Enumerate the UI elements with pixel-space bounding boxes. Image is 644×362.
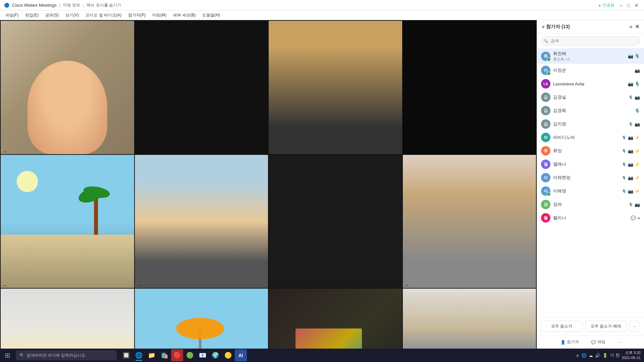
- participant-item[interactable]: 이 이채현망 🎙️ 📷 ⚡: [537, 171, 644, 184]
- titlebar-controls: – □ ✕: [619, 3, 640, 8]
- taskbar-app-app2[interactable]: 🟢: [184, 349, 196, 361]
- participant-name: 장려: [553, 201, 626, 207]
- participant-name: 희진베 호스트, 나: [553, 51, 625, 62]
- video-cell-8[interactable]: [403, 155, 536, 288]
- taskbar-ai-app[interactable]: Ai: [235, 349, 247, 361]
- restore-button[interactable]: □: [626, 3, 631, 8]
- clock-date: 2021-06-11: [622, 355, 641, 360]
- panel-chevron[interactable]: ∨: [542, 24, 545, 29]
- participant-sub: 호스트, 나: [553, 57, 625, 62]
- menu-meeting[interactable]: 미팅(M): [150, 12, 169, 19]
- participant-item[interactable]: LA Leonivieve Avila 📷 🎙️: [537, 77, 644, 90]
- meeting-info-link[interactable]: 미팅 정보: [63, 2, 80, 8]
- panel-list-icon[interactable]: ≡: [630, 24, 632, 29]
- cam-icon: 📷: [628, 54, 633, 59]
- panel-close-button[interactable]: ✕: [635, 23, 639, 30]
- connection-status: 연결됨: [598, 2, 614, 8]
- taskbar-app-app1[interactable]: 🔴: [171, 349, 183, 361]
- unmute-all-button[interactable]: 모두 음소거 해제: [585, 321, 627, 332]
- start-button[interactable]: ⊞: [0, 349, 15, 362]
- participant-item[interactable]: 김 김지영 🎙️ 📷: [537, 117, 644, 131]
- participant-name: 류앙: [553, 148, 619, 154]
- menu-help[interactable]: 도움말(H): [200, 12, 223, 19]
- participant-item[interactable]: 라 라비디노바 🎙️ 📷 ⚡: [537, 131, 644, 144]
- participant-item[interactable]: 김 김경화 🎙️: [537, 104, 644, 117]
- taskbar-app-explorer[interactable]: 📁: [146, 349, 158, 361]
- tray-keyboard[interactable]: 가 한: [610, 352, 620, 358]
- cam-icon: 🎙️: [629, 95, 633, 100]
- video-area: 김경화 🎙️ 음소거 해제 ▾ 📹 비디오 중지 ▾ ↑ 공유 ⏺ 녹화: [0, 20, 537, 349]
- video-cell-2[interactable]: [135, 21, 268, 154]
- participants-label: 참가자: [567, 339, 579, 345]
- hide-menu-link[interactable]: 메뉴 표시출 숨기기: [87, 2, 121, 8]
- video-cell-1[interactable]: [1, 21, 134, 154]
- video-cell-4[interactable]: [403, 21, 536, 154]
- tray-network[interactable]: 🌐: [581, 353, 587, 358]
- chat-tab[interactable]: 💬 채팅: [588, 338, 608, 346]
- taskbar-app-store[interactable]: 🔲: [120, 349, 132, 361]
- tray-cloud[interactable]: ☁: [589, 353, 593, 358]
- taskbar-clock[interactable]: 오후 3:32 2021-06-11: [622, 350, 641, 361]
- panel-footer: 모두 음소거 모두 음소거 해제 ···: [537, 317, 644, 335]
- panel-more-button[interactable]: ···: [629, 321, 640, 332]
- video-icon: 📷: [635, 122, 640, 127]
- participant-item[interactable]: 이 이해영 🎙️ 📷 ⚡: [537, 184, 644, 198]
- chat-icon: 💬: [591, 340, 596, 345]
- participant-item[interactable]: 엘 엘레나 🎙️ 📷 ⚡: [537, 158, 644, 171]
- tray-volume[interactable]: 🔊: [595, 353, 600, 358]
- taskbar-app-ie[interactable]: 🌍: [209, 349, 221, 361]
- close-button[interactable]: ✕: [633, 3, 640, 8]
- panel-wrapper: ∨ 참가자 (13) ≡ ✕ 희 희진: [537, 20, 644, 349]
- video-cell-7[interactable]: [269, 155, 402, 288]
- participants-tab[interactable]: 👤 참가자: [558, 338, 582, 346]
- participant-item[interactable]: 이 이정은 📷: [537, 64, 644, 77]
- minimize-button[interactable]: –: [619, 3, 624, 8]
- taskbar-app-mail[interactable]: 📧: [197, 349, 209, 361]
- video-grid: [0, 20, 537, 362]
- taskbar-apps: 🔲 🌐 📁 🛍️ 🔴 🟢 📧 🌍 🟡 Ai: [118, 349, 249, 361]
- avatar: 이: [541, 66, 550, 75]
- tray-arrow[interactable]: ∧: [576, 353, 579, 358]
- panel-title: 참가자 (13): [546, 24, 570, 30]
- taskbar-app-edge[interactable]: 🌐: [133, 349, 145, 361]
- mute-all-button[interactable]: 모두 음소거: [541, 321, 583, 332]
- participants-icon: 👤: [560, 340, 566, 345]
- video-cell-5[interactable]: [1, 155, 134, 288]
- more-actions[interactable]: ···: [615, 339, 624, 346]
- video-cell-3[interactable]: [269, 21, 402, 154]
- participant-icons: 🎙️ 📷 ⚡: [622, 175, 640, 180]
- menu-file[interactable]: 파일(F): [3, 12, 21, 19]
- bottom-action-bar: 👤 참가자 💬 채팅 ···: [537, 335, 644, 349]
- participant-search-input[interactable]: [541, 36, 640, 46]
- participant-item[interactable]: 류 류앙 🎙️ 📷 ⚡: [537, 144, 644, 158]
- menu-participants[interactable]: 참가자(P): [125, 12, 148, 19]
- participant-name: 김경화: [553, 108, 632, 114]
- participant-name: 이채현망: [553, 175, 619, 181]
- menu-edit[interactable]: 편집(E): [22, 12, 41, 19]
- menu-audio-video[interactable]: 오디오 및 비디오(A): [83, 12, 124, 19]
- video-label-3: [271, 152, 275, 152]
- video-label-2: [138, 152, 141, 152]
- participant-icons: 🎙️ 📷 ⚡: [622, 135, 640, 140]
- video-cell-6[interactable]: [135, 155, 268, 288]
- taskbar-search[interactable]: 🔍 검색하려면 여기에 입력하십시오.: [16, 350, 117, 360]
- taskbar-app-app3[interactable]: 🟡: [222, 349, 234, 361]
- participant-item[interactable]: 장 장려 🎙️ 📷: [537, 198, 644, 211]
- taskbar-tray: ∧ 🌐 ☁ 🔊 🔋 가 한 오후 3:32 2021-06-11: [576, 350, 644, 361]
- participant-item[interactable]: 펠 펠리나 💬 ●: [537, 211, 644, 225]
- participant-item[interactable]: 김 김경실 🎙️ 📷: [537, 90, 644, 104]
- menu-view[interactable]: 보기(V): [63, 12, 82, 19]
- titlebar-right: 연결됨 – □ ✕: [598, 2, 640, 8]
- video-icon: 📷: [628, 189, 633, 194]
- tray-battery[interactable]: 🔋: [602, 353, 608, 358]
- cam-icon: 🎙️: [622, 189, 627, 193]
- participant-item[interactable]: 희 희진베 호스트, 나 📷 🎙️: [537, 49, 644, 64]
- menu-breakout[interactable]: 세부 세션(B): [170, 12, 198, 19]
- menubar: 파일(F) 편집(E) 공유(S) 보기(V) 오디오 및 비디오(A) 참가자…: [0, 11, 644, 20]
- svg-point-2: [17, 171, 38, 192]
- search-icon: 🔍: [19, 353, 24, 358]
- titlebar-left: 🔵 Cisco Webex Meetings | 미팅 정보 | 메뉴 표시출 …: [4, 2, 121, 8]
- video-label-1: [3, 152, 7, 152]
- menu-share[interactable]: 공유(S): [43, 12, 61, 19]
- taskbar-app-store2[interactable]: 🛍️: [158, 349, 170, 361]
